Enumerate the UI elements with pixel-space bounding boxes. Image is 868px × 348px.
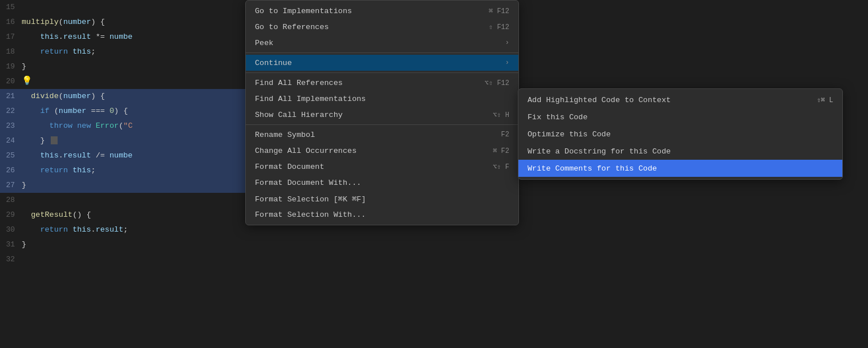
editor-line-27: 27 }: [0, 178, 245, 193]
line-number: 28: [0, 193, 22, 208]
editor-line-18: 18 return this;: [0, 44, 245, 59]
line-number: 26: [0, 163, 22, 178]
editor-line-19: 19 }: [0, 59, 245, 74]
editor-line-15: 15: [0, 0, 245, 15]
editor-line-25: 25 this.result /= numbe: [0, 148, 245, 163]
submenu-item-fix-code[interactable]: Fix this Code: [518, 108, 842, 126]
line-number: 23: [0, 119, 22, 133]
arrow-icon: ›: [505, 39, 509, 47]
line-number: 19: [0, 59, 22, 74]
line-number: 22: [0, 104, 22, 119]
line-number: 15: [0, 0, 22, 15]
menu-item-find-all-references[interactable]: Find All References ⌥⇧ F12: [246, 75, 518, 91]
submenu-continue: Add Highlighted Code to Context ⇧⌘ L Fix…: [518, 88, 843, 180]
submenu-item-add-highlighted[interactable]: Add Highlighted Code to Context ⇧⌘ L: [518, 91, 842, 108]
editor-line-29: 29 getResult() {: [0, 208, 245, 222]
line-number: 32: [0, 252, 22, 267]
menu-item-show-call-hierarchy[interactable]: Show Call Hierarchy ⌥⇧ H: [246, 107, 518, 123]
editor-line-16: 16 multiply(number) {: [0, 15, 245, 30]
menu-item-peek[interactable]: Peek ›: [246, 35, 518, 51]
menu-item-change-all-occurrences[interactable]: Change All Occurrences ⌘ F2: [246, 143, 518, 159]
editor-line-26: 26 return this;: [0, 163, 245, 178]
line-number: 25: [0, 148, 22, 163]
editor-line-24: 24 }: [0, 133, 245, 148]
editor-line-28: 28: [0, 193, 245, 208]
menu-item-format-selection-with[interactable]: Format Selection With...: [246, 207, 518, 222]
editor-line-31: 31 }: [0, 237, 245, 252]
editor-line-30: 30 return this.result;: [0, 222, 245, 237]
line-number: 29: [0, 208, 22, 222]
editor-line-17: 17 this.result *= numbe: [0, 30, 245, 44]
submenu-item-write-docstring[interactable]: Write a Docstring for this Code: [518, 143, 842, 160]
menu-item-continue[interactable]: Continue ›: [246, 55, 518, 71]
editor-line-20: 20 💡: [0, 74, 245, 89]
editor-line-22: 22 if (number === 0) {: [0, 104, 245, 119]
submenu-item-optimize-code[interactable]: Optimize this Code: [518, 126, 842, 143]
line-number: 16: [0, 15, 22, 30]
lightbulb-icon[interactable]: 💡: [22, 76, 33, 86]
menu-item-format-document-with[interactable]: Format Document With...: [246, 175, 518, 191]
separator: [246, 72, 518, 73]
line-number: 31: [0, 237, 22, 252]
editor-line-21: 21 divide(number) {: [0, 89, 245, 104]
editor-line-23: 23 throw new Error("C: [0, 119, 245, 133]
menu-item-go-to-references[interactable]: Go to References ⇧ F12: [246, 19, 518, 35]
menu-item-format-document[interactable]: Format Document ⌥⇧ F: [246, 159, 518, 175]
line-number: 20: [0, 74, 22, 89]
menu-item-rename-symbol[interactable]: Rename Symbol F2: [246, 127, 518, 143]
line-number: 30: [0, 222, 22, 237]
menu-item-find-all-implementations[interactable]: Find All Implementations: [246, 91, 518, 107]
line-number: 17: [0, 30, 22, 44]
line-number: 18: [0, 44, 22, 59]
menu-item-format-selection[interactable]: Format Selection [⌘K ⌘F]: [246, 191, 518, 207]
line-number: 24: [0, 133, 22, 148]
editor-line-32: 32: [0, 252, 245, 267]
menu-item-go-to-implementations[interactable]: Go to Implementations ⌘ F12: [246, 3, 518, 19]
separator: [246, 52, 518, 53]
separator: [246, 124, 518, 125]
submenu-item-write-comments[interactable]: Write Comments for this Code: [518, 160, 842, 177]
context-menu: Go to Implementations ⌘ F12 Go to Refere…: [245, 0, 519, 225]
line-number: 27: [0, 178, 22, 193]
arrow-icon: ›: [505, 59, 509, 67]
line-number: 21: [0, 89, 22, 104]
editor-area: 15 16 multiply(number) { 17 this.result …: [0, 0, 245, 348]
